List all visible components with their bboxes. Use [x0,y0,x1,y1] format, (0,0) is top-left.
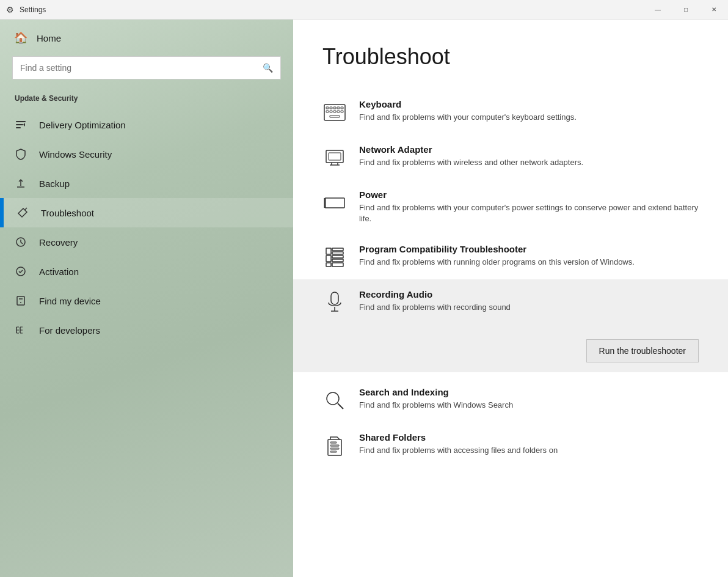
titlebar: ⚙ Settings — □ ✕ [0,0,728,20]
sidebar-item-for-developers[interactable]: For developers [0,315,293,345]
sidebar-item-troubleshoot[interactable]: Troubleshoot [0,198,293,227]
svg-rect-0 [16,121,26,122]
search-indexing-name: Search and Indexing [359,387,699,397]
sidebar: 🏠 Home 🔍 Update & Security Delivery Opti… [0,20,293,577]
svg-rect-38 [326,248,331,254]
svg-rect-45 [332,263,343,266]
close-button[interactable]: ✕ [700,0,728,20]
svg-rect-30 [330,116,340,117]
recovery-label: Recovery [39,237,78,248]
shared-folders-icon [322,433,347,458]
recovery-icon [15,236,27,248]
svg-rect-46 [331,292,338,304]
svg-rect-27 [333,111,336,112]
svg-rect-24 [341,107,343,109]
svg-rect-54 [330,448,339,449]
power-icon [322,191,347,215]
section-title: Update & Security [0,89,293,110]
svg-rect-2 [16,127,21,128]
minimize-button[interactable]: — [644,0,672,20]
network-adapter-desc: Find and fix problems with wireless and … [359,157,699,168]
troubleshoot-item-search-indexing[interactable]: Search and Indexing Find and fix problem… [322,377,699,422]
activation-icon [15,265,27,277]
windows-security-icon [15,148,27,160]
backup-icon [15,177,27,189]
page-title: Troubleshoot [322,44,699,70]
search-box: 🔍 [12,56,281,79]
network-adapter-icon [322,145,347,170]
svg-rect-55 [330,451,337,452]
delivery-optimization-label: Delivery Optimization [39,120,126,130]
svg-rect-44 [326,263,331,266]
troubleshoot-label: Troubleshoot [41,208,94,218]
svg-rect-28 [337,111,340,112]
svg-rect-21 [330,107,332,109]
search-indexing-desc: Find and fix problems with Windows Searc… [359,400,699,411]
program-compatibility-icon [322,245,347,270]
sidebar-item-delivery-optimization[interactable]: Delivery Optimization [0,110,293,139]
window-controls: — □ ✕ [644,0,728,20]
svg-rect-41 [326,255,331,262]
svg-rect-22 [333,107,336,109]
network-adapter-text: Network Adapter Find and fix problems wi… [359,144,699,168]
activation-label: Activation [39,266,79,277]
recording-audio-desc: Find and fix problems with recording sou… [359,302,699,313]
search-button[interactable]: 🔍 [255,57,280,79]
titlebar-title: Settings [20,6,644,14]
run-troubleshooter-button[interactable]: Run the troubleshooter [586,339,699,362]
program-compatibility-name: Program Compatibility Troubleshooter [359,244,699,254]
search-indexing-text: Search and Indexing Find and fix problem… [359,387,699,411]
search-indexing-icon [322,388,347,413]
backup-label: Backup [39,178,70,189]
troubleshoot-item-network-adapter[interactable]: Network Adapter Find and fix problems wi… [322,134,699,180]
sidebar-item-windows-security[interactable]: Windows Security [0,139,293,169]
keyboard-name: Keyboard [359,99,699,109]
svg-rect-1 [16,124,23,125]
troubleshoot-item-power[interactable]: Power Find and fix problems with your co… [322,180,699,234]
sidebar-item-home[interactable]: 🏠 Home [0,20,293,56]
maximize-button[interactable]: □ [672,0,700,20]
keyboard-text: Keyboard Find and fix problems with your… [359,99,699,123]
svg-rect-20 [326,107,329,109]
sidebar-item-find-my-device[interactable]: Find my device [0,286,293,315]
find-my-device-icon [15,295,27,307]
troubleshoot-item-recording-audio-expanded: Recording Audio Find and fix problems wi… [293,279,728,372]
sidebar-item-backup[interactable]: Backup [0,169,293,198]
app-body: 🏠 Home 🔍 Update & Security Delivery Opti… [0,20,728,577]
shared-folders-desc: Find and fix problems with accessing fil… [359,445,699,456]
program-compatibility-desc: Find and fix problems with running older… [359,257,699,268]
svg-point-9 [20,302,21,303]
svg-point-49 [327,392,339,405]
svg-rect-53 [330,445,339,446]
home-icon: 🏠 [15,32,27,44]
sidebar-item-recovery[interactable]: Recovery [0,227,293,257]
svg-rect-29 [341,111,343,112]
keyboard-icon [322,100,347,125]
svg-rect-40 [332,252,343,254]
home-label: Home [37,33,61,43]
power-name: Power [359,189,699,200]
content-area: Troubleshoot Keyboard Find and fix probl… [293,20,728,577]
svg-rect-42 [332,255,343,258]
svg-rect-26 [330,111,332,112]
shared-folders-name: Shared Folders [359,432,699,443]
svg-line-50 [338,403,343,409]
svg-rect-43 [332,259,343,262]
keyboard-desc: Find and fix problems with your computer… [359,112,699,123]
svg-rect-25 [326,111,329,112]
recording-audio-icon [322,290,347,315]
troubleshoot-item-keyboard[interactable]: Keyboard Find and fix problems with your… [322,89,699,134]
delivery-optimization-icon [15,119,27,131]
troubleshoot-item-shared-folders[interactable]: Shared Folders Find and fix problems wit… [322,422,699,468]
network-adapter-name: Network Adapter [359,144,699,155]
svg-line-5 [25,208,27,210]
svg-rect-39 [332,248,343,251]
recording-audio-inner: Recording Audio Find and fix problems wi… [322,289,699,325]
program-compatibility-text: Program Compatibility Troubleshooter Fin… [359,244,699,268]
recording-audio-text: Recording Audio Find and fix problems wi… [359,289,699,313]
sidebar-item-activation[interactable]: Activation [0,257,293,286]
search-input[interactable] [13,57,255,79]
troubleshoot-item-program-compatibility[interactable]: Program Compatibility Troubleshooter Fin… [322,234,699,279]
for-developers-icon [15,324,27,336]
svg-rect-8 [17,296,24,305]
